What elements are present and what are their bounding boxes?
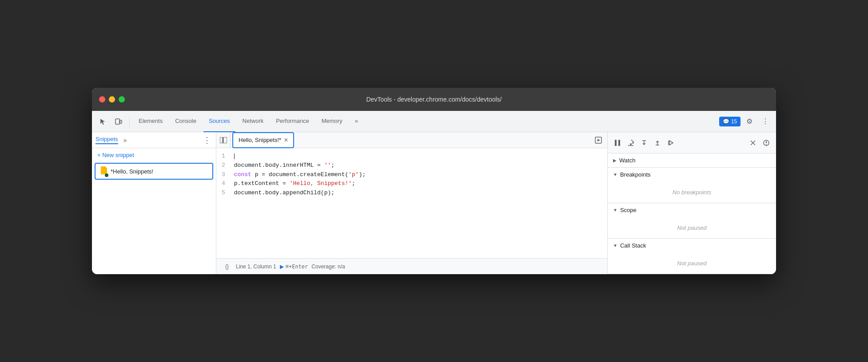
right-panel: ▶ Watch ▼ Breakpoints No breakpoints ▼ S…	[607, 132, 776, 274]
minimize-button[interactable]	[109, 96, 115, 102]
code-editor[interactable]: 1 2 3 4 5 document.body.innerHTML = ''; …	[216, 148, 607, 258]
new-snippet-button[interactable]: + New snippet	[92, 148, 216, 162]
run-section: ▶ ⌘+Enter	[280, 264, 308, 270]
line-number-4: 4	[222, 179, 225, 189]
code-line-3: const p = document.createElement('p');	[234, 170, 604, 180]
watch-title: Watch	[619, 157, 635, 164]
format-icon: {}	[225, 264, 229, 270]
line-number-2: 2	[222, 161, 225, 170]
code-line-4: p.textContent = 'Hello, Snippets!';	[234, 179, 604, 189]
step-out-button[interactable]	[651, 137, 664, 149]
watch-header[interactable]: ▶ Watch	[608, 153, 776, 167]
editor-tab-close[interactable]: ×	[284, 136, 288, 144]
traffic-lights	[99, 96, 125, 102]
window-title: DevTools - developer.chrome.com/docs/dev…	[366, 96, 502, 103]
callstack-content: Not paused	[608, 252, 776, 274]
tab-elements[interactable]: Elements	[133, 111, 168, 132]
sidebar-header: Snippets » ⋮	[92, 132, 216, 148]
svg-rect-12	[766, 144, 767, 145]
svg-rect-1	[120, 120, 122, 123]
tab-network[interactable]: Network	[237, 111, 269, 132]
breakpoints-header[interactable]: ▼ Breakpoints	[608, 168, 776, 181]
breakpoints-title: Breakpoints	[620, 171, 651, 178]
step-over-button[interactable]	[625, 137, 637, 149]
scope-title: Scope	[620, 207, 637, 213]
pause-on-exceptions-button[interactable]	[760, 137, 772, 149]
run-icon: ▶	[280, 264, 284, 270]
devtools-body: Snippets » ⋮ + New snippet *Hello, Snipp…	[92, 132, 776, 274]
line-number-3: 3	[222, 170, 225, 180]
step-into-button[interactable]	[638, 137, 650, 149]
snippet-icon	[100, 166, 107, 176]
no-breakpoints-label: No breakpoints	[673, 189, 711, 196]
more-icon: ⋮	[762, 117, 769, 126]
more-button[interactable]: ⋮	[758, 114, 772, 129]
settings-button[interactable]: ⚙	[742, 114, 757, 129]
line-number-1: 1	[222, 152, 225, 161]
devtools-toolbar: Elements Console Sources Network Perform…	[92, 111, 776, 132]
deactivate-breakpoints-button[interactable]	[747, 137, 759, 149]
scope-section: ▼ Scope Not paused	[608, 203, 776, 239]
devtools-window: DevTools - developer.chrome.com/docs/dev…	[92, 88, 776, 274]
editor-area: Hello, Snippets!* × 1 2 3 4	[216, 132, 607, 274]
svg-rect-2	[220, 137, 223, 143]
cursor-position: Line 1, Column 1	[236, 264, 276, 270]
code-line-2: document.body.innerHTML = '';	[234, 161, 604, 170]
tab-sources[interactable]: Sources	[203, 111, 235, 132]
svg-rect-5	[615, 140, 617, 146]
svg-rect-6	[618, 140, 620, 146]
line-numbers: 1 2 3 4 5	[216, 152, 231, 255]
format-button[interactable]: {}	[222, 261, 232, 272]
scope-status: Not paused	[677, 224, 707, 231]
tab-console[interactable]: Console	[170, 111, 202, 132]
editor-tab-hello-snippets[interactable]: Hello, Snippets!* ×	[232, 132, 294, 148]
scope-header[interactable]: ▼ Scope	[608, 203, 776, 217]
code-line-5: document.body.appendChild(p);	[234, 189, 604, 198]
sidebar: Snippets » ⋮ + New snippet *Hello, Snipp…	[92, 132, 216, 274]
line-number-5: 5	[222, 189, 225, 198]
titlebar: DevTools - developer.chrome.com/docs/dev…	[92, 88, 776, 111]
close-button[interactable]	[99, 96, 105, 102]
console-badge-icon: 💬	[723, 118, 729, 125]
snippet-dot	[105, 173, 108, 177]
snippet-item[interactable]: *Hello, Snippets!	[95, 163, 213, 180]
breakpoints-content: No breakpoints	[608, 181, 776, 203]
tab-more[interactable]: »	[350, 111, 363, 132]
breakpoints-section: ▼ Breakpoints No breakpoints	[608, 168, 776, 203]
callstack-status: Not paused	[677, 260, 707, 267]
new-snippet-label: + New snippet	[97, 152, 134, 158]
callstack-title: Call Stack	[620, 242, 646, 249]
code-content: document.body.innerHTML = ''; const p = …	[231, 152, 607, 255]
tab-memory[interactable]: Memory	[316, 111, 348, 132]
editor-tabs: Hello, Snippets!* ×	[216, 132, 607, 148]
fullscreen-button[interactable]	[119, 96, 125, 102]
sidebar-title[interactable]: Snippets	[96, 136, 118, 144]
pause-button[interactable]	[611, 137, 624, 149]
callstack-header[interactable]: ▼ Call Stack	[608, 239, 776, 252]
gear-icon: ⚙	[746, 117, 753, 126]
svg-rect-0	[115, 119, 119, 124]
cursor-icon[interactable]	[96, 114, 110, 129]
sidebar-more-button[interactable]: »	[120, 135, 131, 146]
tab-performance[interactable]: Performance	[271, 111, 314, 132]
sidebar-kebab-button[interactable]: ⋮	[202, 135, 212, 146]
scope-content: Not paused	[608, 217, 776, 238]
device-toolbar-icon[interactable]	[111, 114, 126, 129]
code-line-1	[234, 152, 604, 161]
callstack-chevron-icon: ▼	[613, 243, 617, 248]
step-button[interactable]	[665, 137, 677, 149]
svg-rect-11	[766, 141, 767, 143]
scope-chevron-icon: ▼	[613, 208, 617, 212]
watch-chevron-icon: ▶	[613, 158, 617, 163]
svg-rect-3	[223, 137, 227, 143]
editor-toggle-button[interactable]	[216, 132, 231, 148]
console-badge[interactable]: 💬 15	[719, 117, 741, 126]
run-snippet-button[interactable]	[591, 133, 605, 147]
toolbar-separator-1	[129, 116, 130, 127]
status-bar: {} Line 1, Column 1 ▶ ⌘+Enter Coverage: …	[216, 258, 607, 274]
breakpoints-chevron-icon: ▼	[613, 172, 617, 177]
callstack-section: ▼ Call Stack Not paused	[608, 239, 776, 274]
svg-point-7	[630, 143, 632, 145]
console-badge-count: 15	[731, 118, 737, 125]
snippet-name: *Hello, Snippets!	[111, 168, 153, 175]
